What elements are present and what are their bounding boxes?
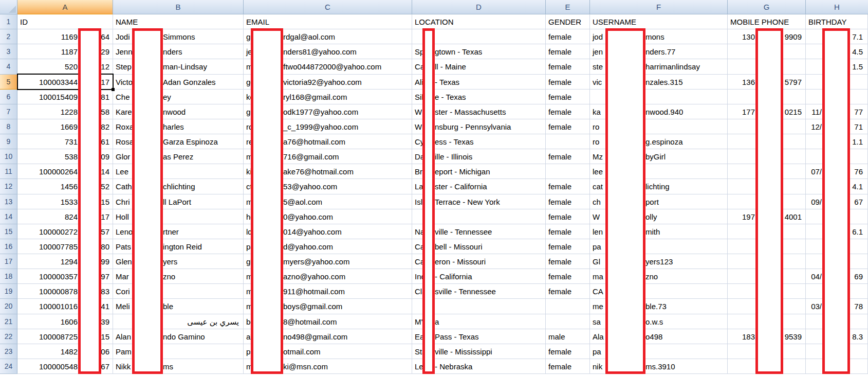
header-cell-gender[interactable]: GENDER xyxy=(546,14,590,29)
id-fragment-right: 12 xyxy=(101,59,109,74)
row-header-7[interactable]: 7 xyxy=(0,104,17,119)
name-fragment-left: Pam xyxy=(116,344,132,359)
header-cell-email[interactable]: EMAIL xyxy=(244,14,412,29)
gender-value: female xyxy=(548,104,571,119)
cell-gender-row16[interactable]: female xyxy=(546,239,590,254)
id-fragment-right: 15 xyxy=(101,194,109,209)
id-fragment-left: 100000878 xyxy=(39,284,78,299)
header-cell-bday[interactable]: BIRTHDAY xyxy=(806,14,868,29)
user-fragment-left: Mz xyxy=(593,149,603,164)
bday-fragment-left: 07/ xyxy=(811,164,822,179)
header-cell-loc[interactable]: LOCATION xyxy=(412,14,546,29)
gender-value: female xyxy=(548,359,571,374)
column-header-A[interactable]: A xyxy=(17,0,113,14)
cell-gender-row4[interactable]: female xyxy=(546,59,590,74)
cell-gender-row21[interactable] xyxy=(546,314,590,329)
header-cell-user[interactable]: USERNAME xyxy=(590,14,728,29)
header-cell-id[interactable]: ID xyxy=(17,14,113,29)
cell-gender-row23[interactable]: female xyxy=(546,344,590,359)
cell-gender-row7[interactable]: female xyxy=(546,104,590,119)
cell-gender-row15[interactable]: female xyxy=(546,224,590,239)
redaction-box-2 xyxy=(132,28,163,374)
loc-fragment-right: Pass - Texas xyxy=(435,329,479,344)
bday-fragment-left: 12/ xyxy=(811,119,822,134)
cell-gender-row6[interactable]: female xyxy=(546,90,590,104)
id-fragment-right: 83 xyxy=(101,284,109,299)
cell-gender-row20[interactable] xyxy=(546,299,590,314)
name-fragment-right: nwood xyxy=(163,104,186,119)
column-header-B[interactable]: B xyxy=(113,0,244,14)
gender-value: female xyxy=(548,269,571,284)
id-fragment-left: 1169 xyxy=(61,29,78,44)
cell-gender-row2[interactable]: female xyxy=(546,29,590,44)
fill-handle[interactable] xyxy=(112,88,115,91)
cell-gender-row18[interactable]: female xyxy=(546,269,590,284)
cell-gender-row8[interactable]: female xyxy=(546,119,590,134)
id-fragment-left: 1187 xyxy=(61,44,78,59)
row-header-9[interactable]: 9 xyxy=(0,134,17,149)
loc-fragment-right: e - Texas xyxy=(435,90,466,104)
phone-fragment-right: 5797 xyxy=(785,75,802,90)
cell-gender-row22[interactable]: male xyxy=(546,329,590,344)
row-header-2[interactable]: 2 xyxy=(0,29,17,44)
row-header-1[interactable]: 1 xyxy=(0,14,17,29)
column-header-F[interactable]: F xyxy=(590,0,728,14)
row-header-22[interactable]: 22 xyxy=(0,329,17,344)
column-header-D[interactable]: D xyxy=(412,0,546,14)
cell-gender-row5[interactable]: female xyxy=(546,75,590,90)
loc-fragment-right: ille - Illinois xyxy=(435,149,472,164)
cell-gender-row19[interactable]: female xyxy=(546,284,590,299)
row-header-18[interactable]: 18 xyxy=(0,269,17,284)
row-header-3[interactable]: 3 xyxy=(0,44,17,59)
row-header-15[interactable]: 15 xyxy=(0,224,17,239)
bday-fragment-right: 8.3 xyxy=(852,329,863,344)
column-header-G[interactable]: G xyxy=(728,0,806,14)
id-fragment-right: 64 xyxy=(101,29,109,44)
row-header-17[interactable]: 17 xyxy=(0,254,17,269)
bday-fragment-right: 67 xyxy=(854,194,863,209)
user-fragment-left: ch xyxy=(593,194,601,209)
row-header-23[interactable]: 23 xyxy=(0,344,17,359)
email-fragment-right: boys@gmail.com xyxy=(283,299,342,314)
cell-gender-row11[interactable] xyxy=(546,164,590,179)
name-fragment-right: rtner xyxy=(163,224,179,239)
row-header-20[interactable]: 20 xyxy=(0,299,17,314)
header-cell-phone[interactable]: MOBILE PHONE xyxy=(728,14,806,29)
cell-gender-row13[interactable]: female xyxy=(546,194,590,209)
cell-gender-row3[interactable]: female xyxy=(546,44,590,59)
row-header-8[interactable]: 8 xyxy=(0,119,17,134)
cell-gender-row12[interactable]: female xyxy=(546,179,590,194)
row-header-21[interactable]: 21 xyxy=(0,314,17,329)
row-header-6[interactable]: 6 xyxy=(0,90,17,104)
name-fragment-right: Adan Gonzales xyxy=(163,75,216,90)
email-fragment-right: d@yahoo.com xyxy=(283,239,333,254)
header-cell-name[interactable]: NAME xyxy=(113,14,244,29)
id-fragment-left: 824 xyxy=(65,209,78,224)
cell-gender-row24[interactable]: female xyxy=(546,359,590,374)
row-header-16[interactable]: 16 xyxy=(0,239,17,254)
row-header-11[interactable]: 11 xyxy=(0,164,17,179)
user-fragment-left: ro xyxy=(593,119,599,134)
select-all-button[interactable] xyxy=(0,0,17,14)
row-header-5[interactable]: 5 xyxy=(0,75,17,90)
row-header-12[interactable]: 12 xyxy=(0,179,17,194)
id-fragment-left: 538 xyxy=(65,149,78,164)
cell-gender-row17[interactable]: female xyxy=(546,254,590,269)
column-header-H[interactable]: H xyxy=(806,0,868,14)
row-header-4[interactable]: 4 xyxy=(0,59,17,74)
row-header-10[interactable]: 10 xyxy=(0,149,17,164)
cell-gender-row9[interactable] xyxy=(546,134,590,149)
user-fragment-left: pa xyxy=(593,239,601,254)
cell-gender-row14[interactable]: female xyxy=(546,209,590,224)
column-header-E[interactable]: E xyxy=(546,0,590,14)
name-fragment-left: Lee xyxy=(116,164,128,179)
row-header-24[interactable]: 24 xyxy=(0,359,17,374)
loc-fragment-right: - Texas xyxy=(435,75,459,90)
name-fragment-right: Simmons xyxy=(163,29,195,44)
email-fragment-right: rdgal@aol.com xyxy=(283,29,335,44)
cell-gender-row10[interactable]: female xyxy=(546,149,590,164)
row-header-14[interactable]: 14 xyxy=(0,209,17,224)
column-header-C[interactable]: C xyxy=(244,0,412,14)
row-header-19[interactable]: 19 xyxy=(0,284,17,299)
row-header-13[interactable]: 13 xyxy=(0,194,17,209)
